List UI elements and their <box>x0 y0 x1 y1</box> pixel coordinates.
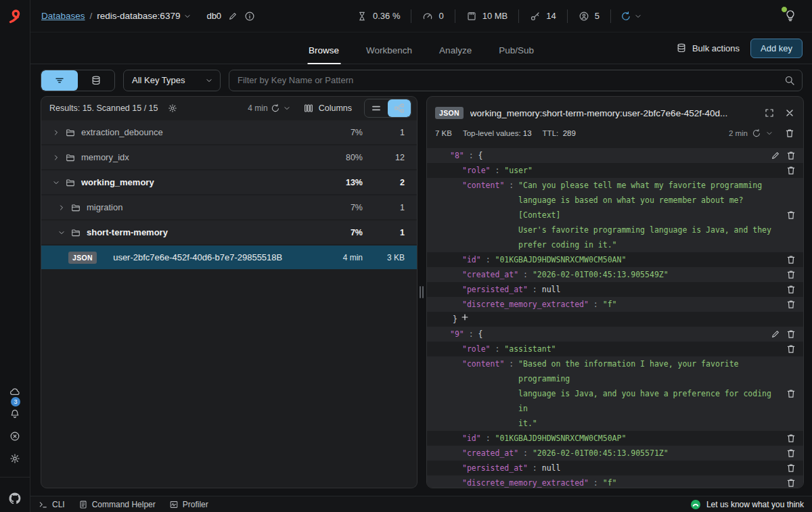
keys-refresh-button[interactable]: 4 min <box>248 103 290 113</box>
json-key[interactable]: "persisted_at" <box>462 461 528 475</box>
insights-lightbulb-button[interactable] <box>784 8 797 24</box>
breadcrumb-databases-link[interactable]: Databases <box>41 11 85 21</box>
json-value[interactable]: "Can you please tell me what my favorite… <box>518 178 780 252</box>
json-key[interactable]: "role" <box>462 163 491 178</box>
ttl[interactable]: TTL: 289 <box>543 129 576 137</box>
json-key[interactable]: "discrete_memory_extracted" <box>462 297 589 312</box>
bulk-actions-button[interactable]: Bulk actions <box>676 43 740 53</box>
delete-icon[interactable] <box>786 284 796 295</box>
json-key[interactable]: "created_at" <box>462 267 518 282</box>
edit-icon[interactable] <box>771 151 780 160</box>
settings-gear-icon[interactable] <box>9 453 20 464</box>
json-key[interactable]: "id" <box>462 431 481 446</box>
key-type-badge: JSON <box>435 107 464 119</box>
stats-refresh-button[interactable] <box>611 11 652 22</box>
json-key[interactable]: "id" <box>462 252 481 267</box>
json-key[interactable]: "8" <box>450 148 464 163</box>
delete-icon[interactable] <box>786 463 796 473</box>
delete-icon[interactable] <box>786 448 796 459</box>
json-row: "created_at" : "2026-02-01T00:45:13.9055… <box>427 446 803 461</box>
json-value[interactable]: "2026-02-01T00:45:13.905571Z" <box>533 446 669 461</box>
chevron-right-icon[interactable] <box>52 154 60 162</box>
delete-icon[interactable] <box>786 478 796 488</box>
edit-icon[interactable] <box>771 329 780 339</box>
key-tree[interactable]: extraction_debounce7%1memory_idx80%12wor… <box>41 120 417 488</box>
delete-icon[interactable] <box>786 210 796 220</box>
json-value[interactable]: "Based on the information I have, your f… <box>518 356 780 431</box>
command-helper-button[interactable]: Command Helper <box>78 500 156 509</box>
feedback-button[interactable]: Let us know what you think <box>690 499 804 510</box>
json-value[interactable]: "01KGBAJD9HDWSNRXCMW0CM50AN" <box>495 252 626 267</box>
delete-icon[interactable] <box>786 388 796 399</box>
tree-folder-row[interactable]: memory_idx80%12 <box>41 145 417 169</box>
key-type-dropdown[interactable]: All Key Types <box>123 70 221 91</box>
close-details-icon[interactable] <box>784 108 795 118</box>
delete-key-icon[interactable] <box>784 128 795 139</box>
delete-icon[interactable] <box>786 329 796 340</box>
db-info-icon[interactable] <box>244 11 255 22</box>
profiler-button[interactable]: Profiler <box>169 500 208 509</box>
tab-analyze[interactable]: Analyze <box>438 37 473 64</box>
search-icon[interactable] <box>784 75 795 86</box>
json-key[interactable]: "content" <box>462 178 504 193</box>
github-icon[interactable] <box>8 492 22 505</box>
delete-icon[interactable] <box>786 269 796 280</box>
cloud-icon[interactable] <box>9 386 20 397</box>
refresh-icon[interactable] <box>752 129 761 138</box>
chevron-down-icon[interactable] <box>58 229 66 237</box>
delete-icon[interactable] <box>786 150 796 161</box>
tree-folder-row[interactable]: working_memory13%2 <box>41 170 417 194</box>
columns-button[interactable]: Columns <box>303 103 352 114</box>
notifications-bell-icon[interactable] <box>9 409 20 419</box>
tree-folder-row[interactable]: migration7%1 <box>41 195 417 219</box>
json-value[interactable]: null <box>542 282 561 297</box>
json-key[interactable]: "9" <box>450 327 464 342</box>
json-value[interactable]: "f" <box>603 475 617 488</box>
tab-browse[interactable]: Browse <box>307 37 340 64</box>
tree-view-button[interactable] <box>388 99 411 117</box>
support-icon[interactable] <box>9 431 20 442</box>
key-name[interactable]: working_memory:short-term-memory:user-2b… <box>470 108 727 118</box>
json-row: "content" : "Based on the information I … <box>427 356 803 431</box>
json-key[interactable]: "created_at" <box>462 446 518 461</box>
add-key-button[interactable]: Add key <box>750 39 803 58</box>
redisearch-button[interactable] <box>78 70 114 91</box>
json-key[interactable]: "discrete_memory_extracted" <box>462 475 589 488</box>
json-key[interactable]: "content" <box>462 356 504 371</box>
json-key[interactable]: "persisted_at" <box>462 282 528 297</box>
list-view-button[interactable] <box>365 99 388 117</box>
chevron-right-icon[interactable] <box>58 204 66 212</box>
add-item-button[interactable] <box>460 312 470 327</box>
json-key[interactable]: "role" <box>462 342 491 356</box>
tree-key-row[interactable]: JSONuser-2bfc7e6e-452f-40d6-b7e7-2985551… <box>41 246 417 269</box>
edit-db-pencil-icon[interactable] <box>228 11 238 21</box>
key-search-input[interactable] <box>238 75 784 85</box>
json-value[interactable]: "01KGBAJD9HDWSNRXCMW0CM50AP" <box>495 431 626 446</box>
json-row: "discrete_memory_extracted" : "f" <box>427 297 803 312</box>
json-value[interactable]: "f" <box>603 297 617 312</box>
panel-resize-handle[interactable] <box>420 96 422 488</box>
json-value-rows[interactable]: "8" : {"role" : "user""content" : "Can y… <box>427 148 803 488</box>
json-value[interactable]: "user" <box>504 163 533 178</box>
tree-folder-row[interactable]: short-term-memory7%1 <box>41 220 417 244</box>
json-value[interactable]: null <box>542 461 561 475</box>
json-value[interactable]: "2026-02-01T00:45:13.905549Z" <box>533 267 669 282</box>
delete-icon[interactable] <box>786 165 796 176</box>
scan-settings-gear-icon[interactable] <box>168 103 177 113</box>
delete-icon[interactable] <box>786 344 796 354</box>
delete-icon[interactable] <box>786 299 796 310</box>
json-value[interactable]: "assistant" <box>504 342 556 356</box>
database-selector[interactable]: redis-database:6379 <box>97 11 191 21</box>
tab-pubsub[interactable]: Pub/Sub <box>497 37 535 64</box>
cli-button[interactable]: CLI <box>39 500 65 509</box>
delete-icon[interactable] <box>786 433 796 444</box>
filter-view-button[interactable] <box>41 70 78 91</box>
fullscreen-icon[interactable] <box>764 108 775 118</box>
delete-icon[interactable] <box>786 254 796 265</box>
chevron-down-icon[interactable] <box>52 179 60 187</box>
add-item-icon[interactable] <box>460 312 470 322</box>
tab-workbench[interactable]: Workbench <box>365 37 413 64</box>
chevron-down-icon[interactable] <box>765 129 773 137</box>
tree-folder-row[interactable]: extraction_debounce7%1 <box>41 120 417 144</box>
chevron-right-icon[interactable] <box>52 129 60 137</box>
